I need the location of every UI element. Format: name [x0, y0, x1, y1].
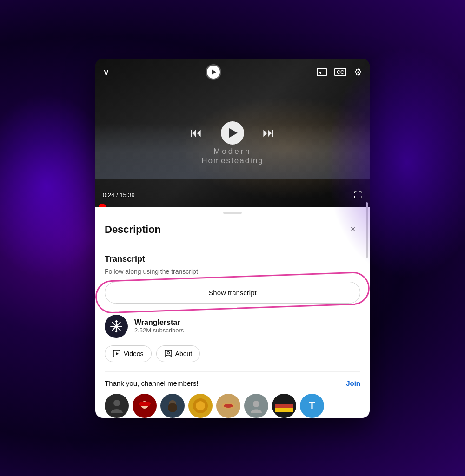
transcript-subtitle: Follow along using the transcript. — [105, 268, 360, 275]
video-player: ∨ CC ⚙ ⏮ ⏭ — [95, 59, 370, 207]
members-avatars: T — [105, 394, 360, 418]
member-avatar-2 — [133, 394, 157, 418]
svg-rect-26 — [275, 408, 293, 412]
play-triangle-small — [212, 69, 216, 75]
svg-point-21 — [224, 404, 233, 408]
members-header: Thank you, channel members! Join — [105, 379, 360, 387]
current-time: 0:24 / 15:39 — [103, 192, 135, 198]
close-button[interactable]: × — [345, 222, 360, 237]
video-top-bar-right: CC ⚙ — [317, 66, 362, 78]
description-panel: Description × Transcript Follow along us… — [95, 207, 370, 418]
skip-next-icon[interactable]: ⏭ — [263, 126, 275, 140]
svg-point-22 — [253, 401, 259, 407]
svg-line-7 — [116, 331, 117, 332]
app-container: ∨ CC ⚙ ⏮ ⏭ — [95, 59, 370, 418]
svg-rect-24 — [275, 400, 293, 404]
cc-icon[interactable]: CC — [334, 68, 346, 76]
settings-icon[interactable]: ⚙ — [354, 66, 362, 78]
play-button[interactable] — [221, 121, 244, 145]
channel-subscribers: 2.52M subscribers — [134, 327, 360, 334]
play-toggle[interactable] — [206, 64, 221, 80]
video-time-display: 0:24 / 15:39 ⛶ — [103, 190, 362, 200]
member-avatar-8: T — [300, 394, 324, 418]
about-label: About — [175, 350, 193, 357]
svg-point-11 — [167, 351, 169, 354]
channel-section: Wranglerstar 2.52M subscribers — [105, 315, 360, 338]
member-avatar-4 — [188, 394, 213, 418]
drag-handle-bar — [223, 212, 242, 214]
svg-point-12 — [113, 400, 120, 406]
members-title: Thank you, channel members! — [105, 379, 199, 387]
member-avatar-3 — [160, 394, 185, 418]
fullscreen-icon[interactable]: ⛶ — [354, 190, 362, 200]
transcript-heading: Transcript — [105, 254, 360, 264]
svg-point-17 — [168, 403, 177, 412]
member-avatar-7 — [272, 394, 296, 418]
members-section: Thank you, channel members! Join — [105, 371, 360, 418]
person-icon — [164, 350, 173, 358]
channel-info: Wranglerstar 2.52M subscribers — [134, 318, 360, 334]
member-avatar-1 — [105, 394, 129, 418]
play-toggle-knob — [207, 66, 220, 79]
video-top-bar: ∨ CC ⚙ — [95, 59, 370, 86]
chevron-down-icon[interactable]: ∨ — [103, 66, 110, 78]
svg-marker-9 — [116, 352, 119, 355]
video-bottom-bar: 0:24 / 15:39 ⛶ — [95, 186, 370, 207]
svg-rect-25 — [275, 404, 293, 408]
person-square-icon — [165, 350, 172, 357]
cast-icon[interactable] — [317, 68, 327, 76]
channel-actions: Videos About — [105, 345, 360, 362]
about-button[interactable]: About — [156, 345, 200, 362]
channel-avatar[interactable] — [105, 315, 128, 338]
member-avatar-5 — [216, 394, 240, 418]
play-triangle-large — [229, 128, 238, 138]
description-header: Description × — [95, 217, 370, 245]
member-avatar-6 — [244, 394, 268, 418]
drag-handle[interactable] — [95, 207, 370, 217]
scroll-indicator[interactable] — [366, 202, 368, 258]
description-title: Description — [105, 224, 161, 236]
channel-name: Wranglerstar — [134, 318, 360, 327]
wranglerstar-logo-icon — [109, 319, 124, 334]
transcript-section: Transcript Follow along using the transc… — [105, 254, 360, 304]
transcript-button-wrapper: Show transcript — [105, 282, 360, 304]
show-transcript-button[interactable]: Show transcript — [105, 282, 360, 304]
svg-point-19 — [196, 401, 205, 410]
svg-line-5 — [116, 321, 117, 322]
skip-previous-icon[interactable]: ⏮ — [190, 126, 202, 140]
videos-button[interactable]: Videos — [105, 345, 152, 362]
video-center-controls: ⏮ ⏭ — [190, 121, 275, 145]
join-button[interactable]: Join — [346, 379, 360, 387]
videos-icon — [113, 350, 121, 358]
description-content: Transcript Follow along using the transc… — [95, 245, 370, 418]
svg-rect-15 — [139, 403, 151, 404]
videos-label: Videos — [124, 350, 144, 357]
play-square-icon — [113, 350, 120, 357]
